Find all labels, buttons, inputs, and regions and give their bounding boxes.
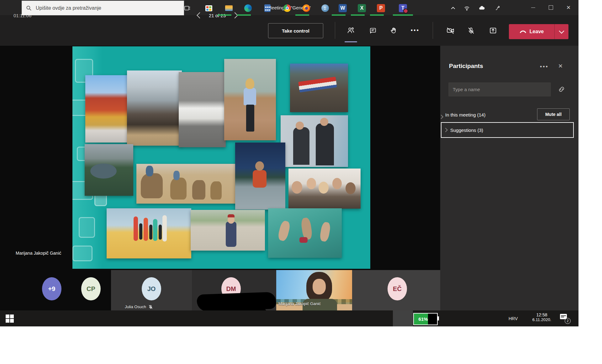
onedrive-cloud-icon[interactable]: [477, 3, 487, 13]
photo-plaza-girl: [224, 59, 276, 140]
clock-date: 6.11.2020.: [529, 317, 554, 322]
taskbar-search-placeholder: Upišite ovdje za pretraživanje: [36, 5, 101, 11]
taskbar-search[interactable]: Upišite ovdje za pretraživanje: [22, 1, 184, 15]
photo-underwater-swimmers: [268, 208, 342, 258]
raise-hand-icon: [390, 27, 398, 34]
screenshot-root: Meeting in "General" ✕ 01:11:06 21 of 23…: [0, 0, 602, 364]
avatar-cp[interactable]: CP: [81, 277, 101, 300]
language-indicator[interactable]: HRV: [509, 316, 518, 321]
busy-status-dot: [403, 8, 408, 13]
chat-button[interactable]: [365, 23, 380, 38]
leave-options-dropdown[interactable]: [554, 24, 568, 39]
minimize-icon: [531, 8, 535, 8]
panel-close-button[interactable]: ✕: [558, 63, 563, 70]
chat-icon: [369, 27, 377, 34]
show-participants-button[interactable]: [343, 23, 358, 38]
photo-white-car-showroom: [179, 72, 226, 147]
raise-hand-button[interactable]: [386, 23, 401, 38]
toolbar-divider: [335, 22, 335, 39]
windows-logo-icon: [6, 315, 9, 318]
link-icon: [557, 85, 566, 93]
photo-surfers-beach: [107, 208, 191, 258]
leave-button-group: Leave: [509, 24, 568, 39]
open-indicator-powerpoint: [370, 14, 384, 16]
mic-off-icon: [148, 304, 153, 309]
participant-search-input[interactable]: [448, 82, 551, 96]
photo-scuba-divers: [281, 115, 348, 167]
avatar-initials: DM: [226, 285, 236, 293]
shared-slide: [72, 46, 370, 269]
share-button[interactable]: [485, 23, 500, 38]
suggestions-section-header[interactable]: Suggestions (3): [441, 122, 574, 138]
action-center-button[interactable]: 2: [560, 314, 569, 323]
clock-time: 12:58: [529, 312, 554, 317]
minimize-button[interactable]: [526, 0, 540, 15]
maximize-button[interactable]: [544, 0, 558, 15]
leave-button[interactable]: Leave: [509, 29, 554, 34]
excel-icon[interactable]: X: [357, 3, 367, 13]
start-button[interactable]: [6, 315, 14, 323]
math-app-icon[interactable]: Σ: [320, 3, 330, 13]
close-button[interactable]: ✕: [561, 0, 576, 15]
take-control-button[interactable]: Take control: [268, 23, 323, 38]
participants-icon: [347, 26, 355, 34]
word-icon[interactable]: W: [338, 3, 347, 13]
more-icon: •••: [411, 27, 420, 34]
powerpoint-icon[interactable]: P: [376, 3, 386, 13]
avatar-jo[interactable]: JO: [142, 277, 161, 300]
store-app-icon[interactable]: [204, 3, 214, 13]
tray-expand-button[interactable]: [448, 3, 458, 13]
photo-camel-ride: [136, 164, 238, 204]
taskbar-clock[interactable]: 12:58 6.11.2020.: [529, 312, 554, 322]
teams-active-app-highlight: [393, 310, 413, 326]
search-icon: [26, 5, 32, 11]
share-icon: [489, 26, 497, 35]
copy-invite-link-button[interactable]: [557, 85, 566, 95]
edge-icon[interactable]: [243, 3, 253, 13]
camera-toggle-button[interactable]: [443, 23, 458, 38]
photo-night-pool: [235, 143, 285, 210]
mute-all-button[interactable]: Mute all: [537, 108, 570, 120]
presenter-name-label: Marijana Jakopič Ganić: [16, 251, 61, 256]
wifi-icon[interactable]: [462, 3, 472, 13]
overflow-participants-avatar[interactable]: +9: [42, 277, 61, 300]
open-indicator-teams: [393, 14, 413, 16]
mic-toggle-button[interactable]: [463, 23, 478, 38]
open-indicator-word: [332, 14, 346, 16]
in-meeting-section-header[interactable]: In this meeting (14): [445, 112, 485, 117]
participant-name-text: Julia Osuch: [125, 304, 146, 309]
leave-label: Leave: [530, 29, 544, 34]
calculator-icon[interactable]: [263, 3, 272, 13]
participant-name-julia: Julia Osuch: [125, 304, 153, 309]
open-indicator-firefox: [295, 14, 309, 16]
chrome-icon[interactable]: [283, 3, 292, 13]
panel-more-button[interactable]: •••: [540, 64, 549, 70]
chevron-down-icon: [559, 29, 564, 34]
photo-quarry-mask-man: [191, 210, 265, 251]
windows-taskbar: [0, 310, 578, 326]
avatar-initials: EČ: [393, 285, 402, 293]
suggestions-label: Suggestions (3): [450, 127, 483, 133]
file-explorer-icon[interactable]: [224, 3, 234, 13]
task-view-button[interactable]: [183, 3, 192, 13]
avatar-ec[interactable]: EČ: [388, 277, 407, 300]
more-options-button[interactable]: •••: [408, 23, 423, 38]
close-icon: ✕: [558, 63, 563, 69]
battery-percent: 61%: [414, 314, 432, 325]
chevron-right-icon: [439, 115, 443, 119]
participants-panel-title: Participants: [449, 63, 483, 70]
maximize-icon: [549, 5, 553, 10]
participant-name-text: Marijana Jakopič Ganić: [278, 301, 321, 306]
previous-slide-button[interactable]: [197, 12, 203, 18]
firefox-icon[interactable]: [302, 3, 311, 13]
teams-meeting-window: Meeting in "General" ✕ 01:11:06 21 of 23…: [0, 0, 578, 326]
battery-widget[interactable]: 61%: [413, 313, 438, 325]
participant-name-marijana: Marijana Jakopič Ganić: [278, 301, 321, 306]
pen-device-icon[interactable]: [493, 3, 502, 13]
in-meeting-expander-chevron[interactable]: [440, 114, 443, 120]
avatar-initials: JO: [147, 285, 156, 293]
close-icon: ✕: [566, 4, 571, 11]
avatar-initials: +9: [48, 285, 55, 293]
participants-active-indicator: [345, 41, 357, 42]
teams-icon[interactable]: T: [398, 3, 408, 13]
